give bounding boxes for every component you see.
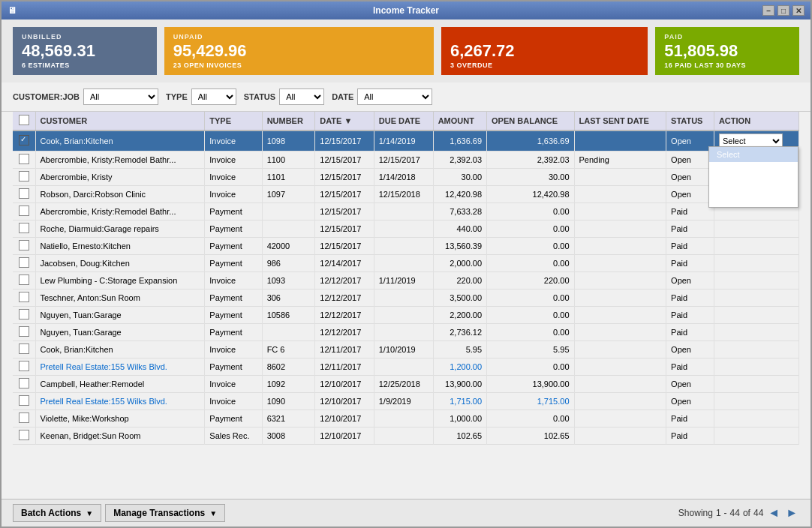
row-status: Open (666, 186, 714, 203)
col-open-balance[interactable]: OPEN BALANCE (487, 112, 574, 130)
row-number: 8602 (262, 358, 315, 376)
transactions-table: CUSTOMER TYPE NUMBER DATE ▼ DUE DATE AMO… (13, 112, 799, 445)
row-due-date: 12/25/2018 (374, 376, 433, 393)
row-number: 42000 (262, 238, 315, 255)
unpaid-card[interactable]: UNPAID 95,429.96 23 OPEN INVOICES (164, 27, 434, 75)
row-due-date (374, 255, 433, 272)
row-number (262, 220, 315, 238)
row-checkbox[interactable] (13, 410, 35, 428)
dropdown-item-receive-payment[interactable]: Receive Payment (709, 162, 798, 177)
row-amount: 2,392.03 (433, 152, 486, 169)
row-checkbox[interactable] (13, 428, 35, 445)
col-last-sent[interactable]: LAST SENT DATE (574, 112, 666, 130)
type-select[interactable]: All (191, 88, 236, 105)
row-status: Open (666, 152, 714, 169)
row-due-date: 12/15/2017 (374, 152, 433, 169)
col-type[interactable]: TYPE (205, 112, 262, 130)
row-checkbox[interactable] (13, 130, 35, 152)
col-date[interactable]: DATE ▼ (315, 112, 374, 130)
row-checkbox[interactable] (13, 169, 35, 186)
close-button[interactable]: ✕ (792, 5, 804, 16)
row-number (262, 324, 315, 341)
row-checkbox[interactable] (13, 376, 35, 393)
row-checkbox[interactable] (13, 203, 35, 220)
row-checkbox[interactable] (13, 220, 35, 238)
date-filter: DATE All (332, 88, 432, 105)
row-due-date: 1/14/2018 (374, 169, 433, 186)
row-open-balance: 220.00 (487, 272, 574, 290)
maximize-button[interactable]: □ (777, 5, 789, 16)
row-customer: Teschner, Anton:Sun Room (35, 290, 205, 307)
row-checkbox[interactable] (13, 393, 35, 410)
row-amount: 1,000.00 (433, 410, 486, 428)
row-checkbox[interactable] (13, 186, 35, 203)
status-select[interactable]: All (279, 88, 324, 105)
row-date: 12/10/2017 (315, 376, 374, 393)
customer-job-filter: CUSTOMER:JOB All (13, 88, 158, 105)
minimize-button[interactable]: – (762, 5, 774, 16)
row-action (714, 376, 798, 393)
dropdown-item-print[interactable]: Print (709, 177, 798, 192)
row-checkbox[interactable] (13, 238, 35, 255)
col-number[interactable]: NUMBER (262, 112, 315, 130)
table-row: Pretell Real Estate:155 Wilks Blvd.Payme… (13, 358, 799, 376)
row-customer: Keenan, Bridget:Sun Room (35, 428, 205, 445)
row-type: Payment (205, 358, 262, 376)
row-checkbox[interactable] (13, 255, 35, 272)
row-status: Open (666, 169, 714, 186)
paid-label: PAID (664, 33, 790, 40)
row-last-sent (574, 341, 666, 358)
row-action (714, 220, 798, 238)
row-number: FC 6 (262, 341, 315, 358)
row-last-sent (574, 428, 666, 445)
batch-actions-button[interactable]: Batch Actions ▼ (13, 504, 101, 522)
next-page-button[interactable]: ► (784, 506, 799, 520)
customer-job-label: CUSTOMER:JOB (13, 92, 80, 101)
row-amount: 30.00 (433, 169, 486, 186)
row-checkbox[interactable] (13, 358, 35, 376)
unbilled-card[interactable]: UNBILLED 48,569.31 6 ESTIMATES (13, 27, 157, 75)
row-customer: Pretell Real Estate:155 Wilks Blvd. (35, 393, 205, 410)
status-label: STATUS (244, 92, 275, 101)
select-all-checkbox[interactable] (13, 112, 35, 130)
table-row: Abercrombie, Kristy:Remodel Bathr...Invo… (13, 152, 799, 169)
col-due-date[interactable]: DUE DATE (374, 112, 433, 130)
prev-page-button[interactable]: ◄ (766, 506, 781, 520)
table-row: Teschner, Anton:Sun RoomPayment30612/12/… (13, 290, 799, 307)
date-select[interactable]: All (357, 88, 432, 105)
row-checkbox[interactable] (13, 324, 35, 341)
row-checkbox[interactable] (13, 272, 35, 290)
of-label: of (743, 508, 750, 518)
customer-job-select[interactable]: All (83, 88, 158, 105)
col-action: ACTION (714, 112, 798, 130)
row-open-balance: 0.00 (487, 358, 574, 376)
paid-card[interactable]: PAID 51,805.98 16 PAID LAST 30 DAYS (655, 27, 799, 75)
row-open-balance: 13,900.00 (487, 376, 574, 393)
row-status: Paid (666, 203, 714, 220)
manage-transactions-button[interactable]: Manage Transactions ▼ (105, 504, 225, 522)
row-checkbox[interactable] (13, 290, 35, 307)
table-row: Violette, Mike:WorkshopPayment632112/10/… (13, 410, 799, 428)
row-customer: Jacobsen, Doug:Kitchen (35, 255, 205, 272)
dropdown-item-email[interactable]: Email (709, 192, 798, 207)
row-status: Paid (666, 324, 714, 341)
col-status[interactable]: STATUS (666, 112, 714, 130)
row-checkbox[interactable] (13, 307, 35, 324)
row-type: Payment (205, 255, 262, 272)
col-amount[interactable]: AMOUNT (433, 112, 486, 130)
row-last-sent: Pending (574, 152, 666, 169)
row-date: 12/12/2017 (315, 324, 374, 341)
col-customer[interactable]: CUSTOMER (35, 112, 205, 130)
row-checkbox[interactable] (13, 152, 35, 169)
row-due-date (374, 307, 433, 324)
row-number: 1100 (262, 152, 315, 169)
row-open-balance: 0.00 (487, 255, 574, 272)
dropdown-item-select[interactable]: Select (709, 147, 798, 162)
row-customer: Abercrombie, Kristy:Remodel Bathr... (35, 203, 205, 220)
row-type: Invoice (205, 169, 262, 186)
row-customer: Cook, Brian:Kitchen (35, 130, 205, 152)
row-action (714, 272, 798, 290)
overdue-card[interactable]: 6,267.72 3 OVERDUE (441, 27, 648, 75)
row-amount: 1,715.00 (433, 393, 486, 410)
row-checkbox[interactable] (13, 341, 35, 358)
